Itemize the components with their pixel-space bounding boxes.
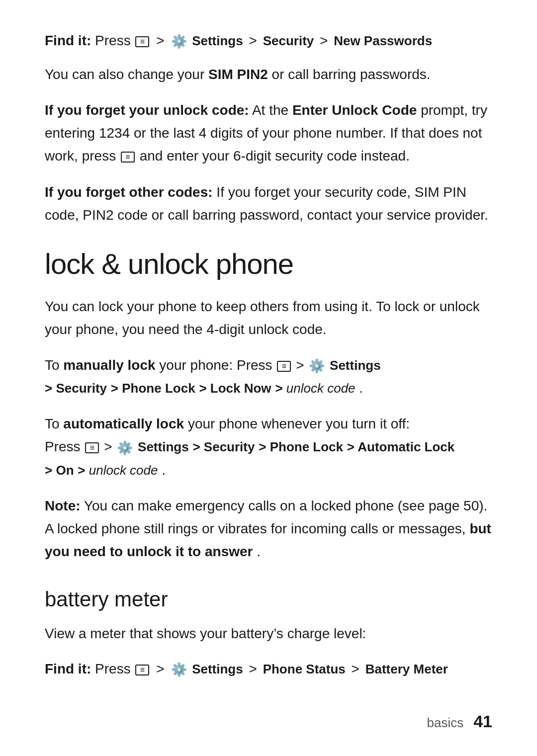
battery-gt0: > [156, 661, 164, 676]
battery-meter-label: Battery Meter [365, 662, 448, 676]
forget-other-bold: If you forget other codes: [45, 184, 213, 200]
menu-icon-2 [121, 152, 135, 163]
sim-pin2-bold-text: SIM PIN2 [208, 67, 268, 82]
battery-gt1: > [249, 661, 257, 676]
forget-unlock-at: At the [252, 102, 292, 118]
auto-lock-paragraph: To automatically lock your phone wheneve… [45, 413, 492, 482]
manually-lock-gt0: > [296, 357, 308, 373]
find-it-block-battery: Find it: Press > ⚙️ Settings > Phone Sta… [45, 658, 492, 680]
auto-lock-gt1: > [192, 439, 203, 454]
manually-lock-gt2: > [111, 381, 122, 396]
manually-lock-bold: manually lock [63, 357, 155, 373]
battery-settings-label: Settings [192, 662, 243, 676]
note-body1-text: You can make emergency calls on a locked… [45, 498, 487, 536]
auto-lock-phone-lock: Phone Lock [270, 439, 343, 454]
battery-gt2: > [352, 661, 359, 676]
manually-lock-middle: your phone: Press [159, 357, 276, 373]
settings-icon-3: ⚙️ [117, 437, 133, 459]
security-label: Security [263, 33, 314, 48]
forget-unlock-end: and enter your 6-digit security code ins… [140, 148, 410, 164]
auto-lock-to: To [45, 416, 63, 431]
auto-lock-code: unlock code [89, 463, 158, 478]
battery-phone-status-label: Phone Status [263, 662, 346, 676]
forget-unlock-bold: If you forget your unlock code: [45, 102, 249, 118]
manually-lock-paragraph: To manually lock your phone: Press > ⚙️ … [45, 354, 492, 400]
menu-icon-5 [135, 665, 149, 675]
manually-lock-settings: Settings [330, 358, 381, 373]
manually-lock-phone-lock: Phone Lock [122, 381, 195, 396]
manually-lock-security: Security [56, 381, 107, 396]
settings-label-1: Settings [192, 33, 243, 48]
sim-pin2-rest-text: or call barring passwords. [272, 67, 431, 82]
page-footer: basics 41 [427, 712, 492, 731]
auto-lock-gt2: > [259, 439, 269, 454]
find-it-label: Find it: [45, 33, 91, 48]
footer-number: 41 [473, 712, 492, 731]
battery-intro-paragraph: View a meter that shows your battery’s c… [45, 622, 492, 645]
manually-lock-lock-now: Lock Now [210, 381, 271, 396]
menu-icon-4 [85, 442, 99, 453]
manually-lock-gt3: > [199, 381, 210, 396]
auto-lock-bold: automatically lock [63, 416, 184, 431]
section-title: lock & unlock phone [45, 247, 492, 281]
page-content: Find it: Press > ⚙️ Settings > Security … [0, 0, 537, 731]
menu-icon-1 [135, 36, 149, 47]
manually-lock-code: unlock code [286, 381, 356, 396]
auto-lock-gt5: > [78, 463, 89, 478]
settings-icon-2: ⚙️ [309, 355, 325, 377]
note-paragraph: Note: You can make emergency calls on a … [45, 495, 492, 564]
lock-intro-paragraph: You can lock your phone to keep others f… [45, 295, 492, 341]
auto-lock-security: Security [204, 439, 255, 454]
auto-lock-settings: Settings [138, 439, 189, 454]
auto-lock-gt4: > [45, 463, 56, 478]
settings-icon-1: ⚙️ [171, 31, 187, 52]
auto-lock-gt0: > [104, 439, 116, 454]
enter-unlock-code: Enter Unlock Code [292, 102, 417, 118]
sim-pin2-text: You can also change your [45, 67, 204, 82]
manually-lock-period: . [359, 380, 363, 396]
gt-3: > [320, 33, 328, 48]
menu-icon-3 [277, 361, 291, 372]
battery-find-it-label: Find it: [45, 661, 91, 676]
note-bold: Note: [45, 498, 81, 513]
find-it-block-1: Find it: Press > ⚙️ Settings > Security … [45, 30, 492, 52]
settings-icon-4: ⚙️ [171, 660, 187, 680]
auto-lock-period: . [162, 462, 166, 478]
new-passwords-label: New Passwords [334, 33, 432, 48]
battery-press-text: Press [95, 661, 131, 676]
forget-unlock-paragraph: If you forget your unlock code: At the E… [45, 99, 492, 168]
auto-lock-on: On [56, 463, 74, 478]
gt-1: > [156, 33, 164, 48]
manually-lock-gt4: > [275, 381, 286, 396]
auto-lock-automatic: Automatic Lock [358, 439, 454, 454]
manually-lock-to: To [45, 357, 63, 373]
gt-2: > [249, 33, 257, 48]
manually-lock-gt1: > [45, 381, 56, 396]
forget-other-paragraph: If you forget other codes: If you forget… [45, 181, 492, 227]
auto-lock-gt3: > [347, 439, 358, 454]
find-it-press-text: Press [95, 33, 131, 48]
note-period: . [257, 544, 261, 559]
sim-pin2-paragraph: You can also change your SIM PIN2 or cal… [45, 63, 492, 86]
battery-section-title: battery meter [45, 587, 492, 612]
footer-label: basics [427, 715, 463, 731]
